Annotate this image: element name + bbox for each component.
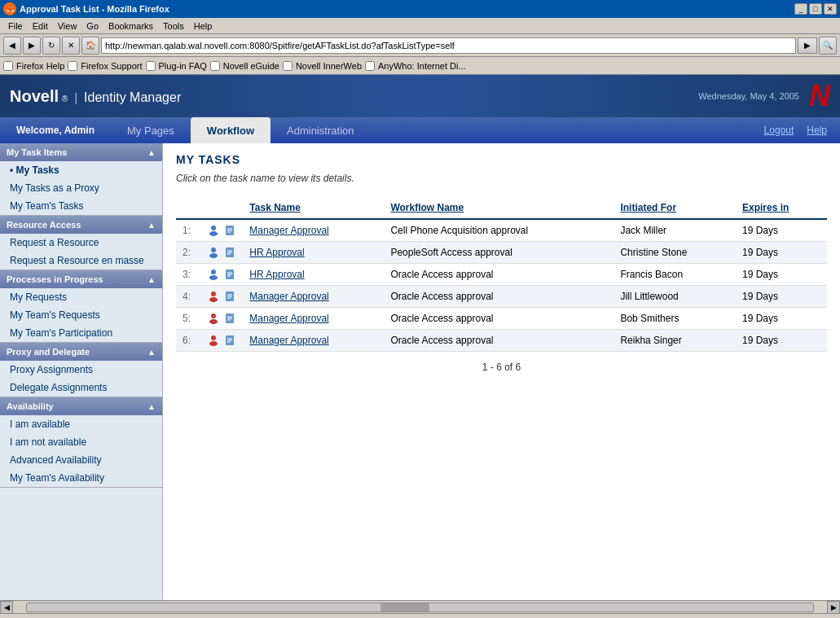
- tab-my-pages[interactable]: My Pages: [111, 117, 191, 143]
- svg-point-12: [211, 270, 216, 274]
- row-5-num: 5:: [176, 308, 200, 330]
- bookmark-anywho[interactable]: AnyWho: Internet Di...: [378, 61, 466, 71]
- minimize-button[interactable]: _: [794, 3, 807, 15]
- sidebar-section-resource-access-header[interactable]: Resource Access ▲: [0, 216, 162, 234]
- scroll-thumb[interactable]: [380, 603, 429, 611]
- row-2-expires-in: 19 Days: [736, 242, 827, 264]
- sidebar-item-my-teams-participation[interactable]: My Team's Participation: [0, 324, 162, 342]
- maximize-button[interactable]: □: [809, 3, 822, 15]
- col-initiated-for: Initiated For: [614, 197, 736, 219]
- bookmark-firefox-support[interactable]: Firefox Support: [81, 61, 142, 71]
- logout-link[interactable]: Logout: [764, 125, 794, 136]
- sidebar-item-request-resource-masse[interactable]: Request a Resource en masse: [0, 252, 162, 270]
- row-4-icons: [200, 286, 243, 308]
- table-row: 2: HR Approval PeopleSoft Access approva…: [176, 242, 827, 264]
- bookmark-firefox-help[interactable]: Firefox Help: [16, 61, 64, 71]
- sidebar-item-my-teams-availability[interactable]: My Team's Availability: [0, 469, 162, 487]
- menu-go[interactable]: Go: [81, 20, 103, 33]
- sidebar-section-availability-header[interactable]: Availability ▲: [0, 397, 162, 415]
- collapse-resource-access[interactable]: ▲: [147, 221, 156, 230]
- svg-point-0: [211, 226, 216, 230]
- refresh-button[interactable]: ↻: [42, 37, 60, 55]
- row-4-expires-in: 19 Days: [736, 286, 827, 308]
- row-6-task-name: Manager Approval: [243, 330, 384, 352]
- col-icons: [200, 197, 243, 219]
- sidebar-item-i-am-not-available[interactable]: I am not available: [0, 433, 162, 451]
- person-icon-blue: [207, 246, 220, 259]
- close-button[interactable]: ✕: [824, 3, 837, 15]
- sidebar-section-proxy-delegate-header[interactable]: Proxy and Delegate ▲: [0, 343, 162, 361]
- menu-view[interactable]: View: [53, 20, 82, 33]
- tab-administration[interactable]: Administration: [270, 117, 370, 143]
- window-title-text: 🦊 Approval Task List - Mozilla Firefox: [3, 2, 794, 15]
- col-num: [176, 197, 200, 219]
- help-link[interactable]: Help: [807, 125, 827, 136]
- scroll-track[interactable]: [26, 603, 814, 612]
- collapse-my-task-items[interactable]: ▲: [147, 148, 156, 157]
- menu-help[interactable]: Help: [189, 20, 218, 33]
- sidebar-section-processes: Processes in Progress ▲ My Requests My T…: [0, 270, 162, 343]
- sidebar-item-proxy-assignments[interactable]: Proxy Assignments: [0, 361, 162, 379]
- bookmark-firefox-support-cb[interactable]: [68, 61, 77, 71]
- row-5-task-name: Manager Approval: [243, 308, 384, 330]
- sidebar-section-my-task-items-header[interactable]: My Task Items ▲: [0, 143, 162, 161]
- col-task-name: Task Name: [243, 197, 384, 219]
- collapse-processes[interactable]: ▲: [147, 275, 156, 284]
- bookmark-novell-innerweb-cb[interactable]: [283, 61, 292, 71]
- bookmark-firefox-help-cb[interactable]: [3, 61, 13, 71]
- menu-bookmarks[interactable]: Bookmarks: [103, 20, 158, 33]
- address-input[interactable]: [101, 37, 796, 54]
- go-button[interactable]: ▶: [798, 37, 817, 54]
- scroll-left-button[interactable]: ◀: [0, 601, 13, 614]
- person-icon-red: [207, 312, 220, 325]
- sidebar-item-i-am-available[interactable]: I am available: [0, 415, 162, 433]
- bookmark-novell-eguide-cb[interactable]: [210, 61, 220, 71]
- tab-workflow[interactable]: Workflow: [191, 117, 270, 143]
- sidebar-item-my-teams-requests[interactable]: My Team's Requests: [0, 306, 162, 324]
- firefox-icon: 🦊: [3, 2, 16, 15]
- collapse-proxy-delegate[interactable]: ▲: [147, 348, 156, 357]
- table-row: 3: HR Approval Oracle Access approval Fr…: [176, 264, 827, 286]
- row-3-icons: [200, 264, 243, 286]
- logo-product: Identity Manager: [84, 90, 181, 105]
- sidebar-section-my-task-items: My Task Items ▲ • My Tasks My Tasks as a…: [0, 143, 162, 216]
- page-title: My Tasks: [176, 153, 827, 166]
- sidebar-section-proxy-delegate: Proxy and Delegate ▲ Proxy Assignments D…: [0, 343, 162, 397]
- back-button[interactable]: ◀: [3, 37, 21, 55]
- sidebar-item-my-tasks[interactable]: • My Tasks: [0, 161, 162, 179]
- sidebar-item-delegate-assignments[interactable]: Delegate Assignments: [0, 379, 162, 397]
- nav-tabs: My Pages Workflow Administration: [111, 117, 764, 143]
- row-1-initiated-for: Jack Miller: [614, 219, 736, 242]
- sidebar-item-advanced-availability[interactable]: Advanced Availability: [0, 451, 162, 469]
- sidebar-item-my-teams-tasks[interactable]: My Team's Tasks: [0, 197, 162, 215]
- sidebar-item-request-resource[interactable]: Request a Resource: [0, 234, 162, 252]
- bookmark-plugin-faq-cb[interactable]: [146, 61, 156, 71]
- bookmark-anywho-cb[interactable]: [365, 61, 375, 71]
- sidebar-item-my-tasks-as-proxy[interactable]: My Tasks as a Proxy: [0, 179, 162, 197]
- app-logo: Novell® | Identity Manager: [10, 87, 181, 106]
- bookmark-plugin-faq[interactable]: Plug-in FAQ: [159, 61, 207, 71]
- sidebar-item-my-requests[interactable]: My Requests: [0, 288, 162, 306]
- sidebar-section-processes-header[interactable]: Processes in Progress ▲: [0, 270, 162, 288]
- row-3-initiated-for: Francis Bacon: [614, 264, 736, 286]
- svg-point-31: [209, 341, 218, 346]
- window-controls[interactable]: _ □ ✕: [794, 3, 837, 15]
- scroll-right-button[interactable]: ▶: [827, 601, 840, 614]
- main-layout: My Task Items ▲ • My Tasks My Tasks as a…: [0, 143, 840, 600]
- menu-file[interactable]: File: [3, 20, 28, 33]
- forward-button[interactable]: ▶: [23, 37, 41, 55]
- home-button[interactable]: 🏠: [81, 37, 99, 55]
- address-bar: ◀ ▶ ↻ ✕ 🏠 ▶ 🔍: [0, 34, 840, 57]
- bookmark-novell-innerweb[interactable]: Novell InnerWeb: [296, 61, 362, 71]
- row-4-num: 4:: [176, 286, 200, 308]
- menu-edit[interactable]: Edit: [28, 20, 53, 33]
- collapse-availability[interactable]: ▲: [147, 402, 156, 411]
- bookmark-novell-eguide[interactable]: Novell eGuide: [223, 61, 279, 71]
- horizontal-scrollbar[interactable]: ◀ ▶: [0, 600, 840, 613]
- menu-tools[interactable]: Tools: [158, 20, 189, 33]
- row-2-icons: [200, 242, 243, 264]
- row-1-workflow-name: Cell Phone Acquisition approval: [384, 219, 614, 242]
- stop-button[interactable]: ✕: [62, 37, 80, 55]
- search-button[interactable]: 🔍: [819, 37, 837, 55]
- content-area: My Tasks Click on the task name to view …: [163, 143, 840, 600]
